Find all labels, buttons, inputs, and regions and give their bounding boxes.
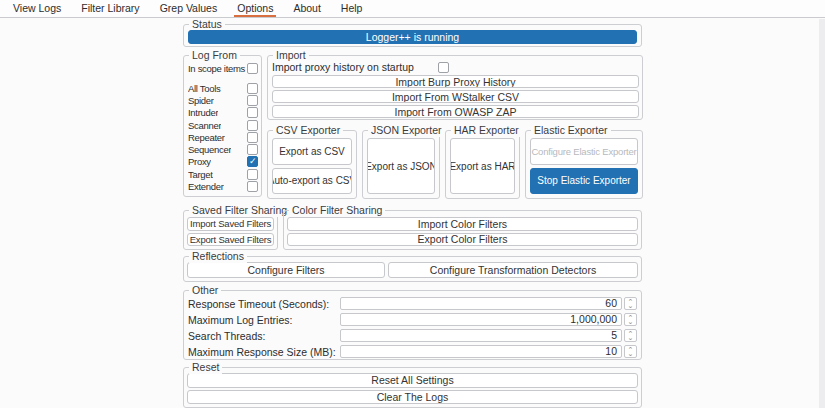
tool-row: Target xyxy=(188,168,258,180)
menu-bar: View Logs Filter Library Grep Values Opt… xyxy=(0,0,825,18)
reset-all-settings-button[interactable]: Reset All Settings xyxy=(187,373,638,388)
tool-row: All Tools xyxy=(188,82,258,94)
menu-view-logs[interactable]: View Logs xyxy=(10,0,64,17)
scanner-checkbox[interactable] xyxy=(247,120,258,131)
json-exporter-group-label: JSON Exporter xyxy=(368,124,445,137)
logger-plus-plus-options-panel: View Logs Filter Library Grep Values Opt… xyxy=(0,0,825,408)
scope-row: In scope items only xyxy=(188,62,258,75)
import-wstalker-csv-button[interactable]: Import From WStalker CSV xyxy=(272,90,639,103)
configure-filters-button[interactable]: Configure Filters xyxy=(187,262,385,278)
reflections-group-label: Reflections xyxy=(189,250,247,263)
startup-import-label: Import proxy history on startup xyxy=(272,61,414,73)
csv-exporter-group-label: CSV Exporter xyxy=(273,124,343,137)
import-group: Import Import proxy history on startup I… xyxy=(267,55,643,120)
color-filter-sharing-group: Color Filter Sharing Import Color Filter… xyxy=(283,210,642,250)
import-group-label: Import xyxy=(273,49,309,62)
status-group: Status Logger++ is running xyxy=(183,24,642,47)
menu-grep-values[interactable]: Grep Values xyxy=(157,0,221,17)
har-exporter-group: HAR Exporter Export as HAR xyxy=(445,130,520,199)
import-saved-filters-button[interactable]: Import Saved Filters xyxy=(187,217,274,231)
spider-checkbox[interactable] xyxy=(247,95,258,106)
max-response-size-label: Maximum Response Size (MB): xyxy=(188,346,340,358)
sequencer-checkbox[interactable] xyxy=(247,144,258,155)
all-tools-checkbox[interactable] xyxy=(247,83,258,94)
tool-row: Spider xyxy=(188,94,258,106)
extender-checkbox[interactable] xyxy=(247,181,258,192)
scope-checkbox[interactable] xyxy=(247,63,258,74)
response-timeout-input[interactable]: 60 xyxy=(340,297,622,310)
tool-row: Intruder xyxy=(188,107,258,119)
scanner-label: Scanner xyxy=(188,120,221,131)
search-threads-label: Search Threads: xyxy=(188,330,340,342)
import-owasp-zap-button[interactable]: Import From OWASP ZAP xyxy=(272,105,639,118)
proxy-checkbox[interactable] xyxy=(247,156,258,167)
color-filter-sharing-group-label: Color Filter Sharing xyxy=(289,204,385,217)
intruder-checkbox[interactable] xyxy=(247,107,258,118)
tool-row: Proxy xyxy=(188,156,258,168)
other-settings-group: Other Response Timeout (Seconds): 60 ⌃⌄ … xyxy=(183,290,642,360)
har-exporter-group-label: HAR Exporter xyxy=(451,124,522,137)
tool-row: Sequencer xyxy=(188,143,258,155)
csv-exporter-group: CSV Exporter Export as CSV Auto-export a… xyxy=(267,130,357,199)
tool-row: Extender xyxy=(188,180,258,192)
setting-row-max-response-size: Maximum Response Size (MB): 10 ⌃⌄ xyxy=(188,345,637,358)
startup-row: Import proxy history on startup xyxy=(272,61,639,73)
menu-filter-library[interactable]: Filter Library xyxy=(78,0,142,17)
elastic-exporter-group-label: Elastic Exporter xyxy=(531,124,611,137)
tool-row: Scanner xyxy=(188,119,258,131)
stop-elastic-exporter-button[interactable]: Stop Elastic Exporter xyxy=(530,168,638,195)
export-as-har-button[interactable]: Export as HAR xyxy=(450,138,515,194)
all-tools-label: All Tools xyxy=(188,83,221,94)
response-timeout-label: Response Timeout (Seconds): xyxy=(188,298,340,310)
search-threads-input[interactable]: 5 xyxy=(340,329,622,342)
spinner-down-icon[interactable]: ⌄ xyxy=(628,320,634,324)
max-response-size-spinner[interactable]: ⌃⌄ xyxy=(624,345,637,358)
reset-group-label: Reset xyxy=(189,361,222,374)
reflections-group: Reflections Configure Filters Configure … xyxy=(183,256,642,282)
log-from-group-label: Log From xyxy=(189,49,240,62)
max-response-size-input[interactable]: 10 xyxy=(340,345,622,358)
setting-row-max-log-entries: Maximum Log Entries: 1,000,000 ⌃⌄ xyxy=(188,313,637,326)
auto-export-as-csv-button[interactable]: Auto-export as CSV xyxy=(272,168,352,195)
repeater-checkbox[interactable] xyxy=(247,132,258,143)
saved-filter-sharing-group-label: Saved Filter Sharing xyxy=(189,204,290,217)
log-from-group: Log From In scope items only All Tools S… xyxy=(183,55,262,197)
other-group-label: Other xyxy=(189,284,221,297)
max-log-entries-label: Maximum Log Entries: xyxy=(188,314,340,326)
menu-options[interactable]: Options xyxy=(234,0,276,17)
proxy-label: Proxy xyxy=(188,156,211,167)
menu-about[interactable]: About xyxy=(290,0,323,17)
export-color-filters-button[interactable]: Export Color Filters xyxy=(287,233,638,247)
spinner-down-icon[interactable]: ⌄ xyxy=(628,336,634,340)
clear-the-logs-button[interactable]: Clear The Logs xyxy=(187,390,638,405)
tool-row: Repeater xyxy=(188,131,258,143)
max-log-entries-spinner[interactable]: ⌃⌄ xyxy=(624,313,637,326)
spinner-down-icon[interactable]: ⌄ xyxy=(628,352,634,356)
target-label: Target xyxy=(188,169,213,180)
status-running-button[interactable]: Logger++ is running xyxy=(188,30,637,44)
configure-transformation-detectors-button[interactable]: Configure Transformation Detectors xyxy=(388,262,638,278)
spinner-down-icon[interactable]: ⌄ xyxy=(628,304,634,308)
scope-label: In scope items only xyxy=(188,63,247,74)
export-as-csv-button[interactable]: Export as CSV xyxy=(272,138,352,165)
import-color-filters-button[interactable]: Import Color Filters xyxy=(287,217,638,231)
startup-import-checkbox[interactable] xyxy=(438,62,449,73)
target-checkbox[interactable] xyxy=(247,169,258,180)
json-exporter-group: JSON Exporter Export as JSON xyxy=(362,130,440,199)
elastic-exporter-group: Elastic Exporter Configure Elastic Expor… xyxy=(525,130,643,199)
export-saved-filters-button[interactable]: Export Saved Filters xyxy=(187,233,274,247)
response-timeout-spinner[interactable]: ⌃⌄ xyxy=(624,297,637,310)
setting-row-response-timeout: Response Timeout (Seconds): 60 ⌃⌄ xyxy=(188,297,637,310)
max-log-entries-input[interactable]: 1,000,000 xyxy=(340,313,622,326)
vertical-scrollbar[interactable] xyxy=(819,19,825,408)
export-as-json-button[interactable]: Export as JSON xyxy=(367,138,435,194)
reset-group: Reset Reset All Settings Clear The Logs xyxy=(183,367,642,408)
import-burp-proxy-history-button[interactable]: Import Burp Proxy History xyxy=(272,75,639,88)
search-threads-spinner[interactable]: ⌃⌄ xyxy=(624,329,637,342)
sequencer-label: Sequencer xyxy=(188,144,231,155)
saved-filter-sharing-group: Saved Filter Sharing Import Saved Filter… xyxy=(183,210,278,250)
menu-help[interactable]: Help xyxy=(338,0,366,17)
spider-label: Spider xyxy=(188,95,214,106)
extender-label: Extender xyxy=(188,181,224,192)
repeater-label: Repeater xyxy=(188,132,225,143)
